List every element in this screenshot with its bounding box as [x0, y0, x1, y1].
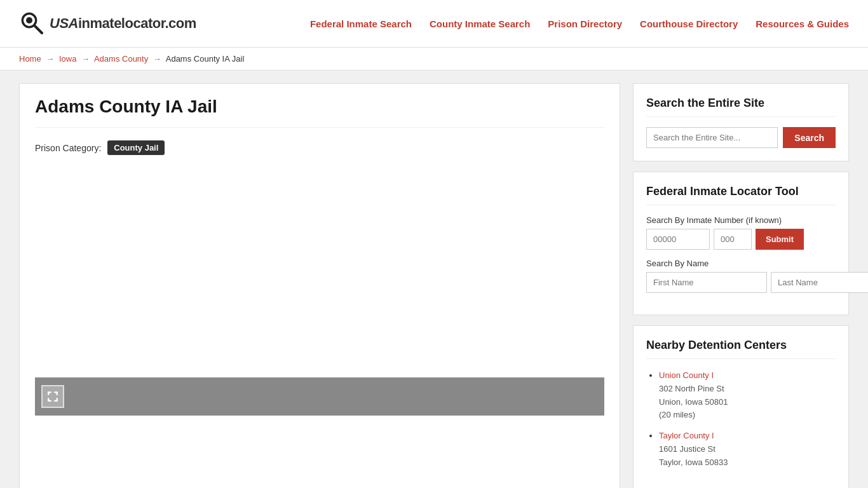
search-by-name-label: Search By Name	[646, 259, 836, 268]
map-placeholder	[35, 377, 604, 416]
logo-usa: USA	[50, 15, 78, 31]
nearby-heading: Nearby Detention Centers	[646, 339, 836, 359]
inmate-number-group: Search By Inmate Number (if known) Submi…	[646, 215, 836, 250]
header: USAinmatelocator.com Federal Inmate Sear…	[0, 0, 868, 48]
logo-inmate: inmatelocator.com	[78, 15, 196, 31]
svg-point-2	[26, 17, 32, 24]
nearby-item-union: Union County I 302 North Pine St Union, …	[659, 369, 836, 422]
inmate-number-label: Search By Inmate Number (if known)	[646, 215, 836, 225]
inmate-number-submit-button[interactable]: Submit	[756, 229, 804, 250]
breadcrumb: Home → Iowa → Adams County → Adams Count…	[0, 48, 868, 71]
main-nav: Federal Inmate Search County Inmate Sear…	[310, 18, 849, 29]
page-title: Adams County IA Jail	[35, 97, 604, 128]
search-widget-card: Search the Entire Site Search	[633, 83, 849, 161]
federal-locator-heading: Federal Inmate Locator Tool	[646, 185, 836, 205]
nearby-link-taylor[interactable]: Taylor County I	[659, 431, 714, 440]
breadcrumb-sep-2: →	[81, 54, 90, 64]
category-badge: County Jail	[107, 140, 165, 155]
search-button[interactable]: Search	[783, 127, 836, 148]
breadcrumb-county[interactable]: Adams County	[94, 54, 148, 64]
nearby-address-taylor-1: 1601 Justice St	[659, 443, 836, 456]
nearby-list: Union County I 302 North Pine St Union, …	[646, 369, 836, 470]
nearby-address-union-1: 302 North Pine St	[659, 383, 836, 396]
search-by-name-group: Search By Name Submit	[646, 259, 836, 293]
main-layout: Adams County IA Jail Prison Category: Co…	[0, 71, 868, 488]
nearby-address-union-2: Union, Iowa 50801	[659, 396, 836, 409]
nav-courthouse-directory[interactable]: Courthouse Directory	[640, 18, 738, 29]
nearby-address-taylor-2: Taylor, Iowa 50833	[659, 456, 836, 470]
inmate-number-row: Submit	[646, 229, 836, 250]
breadcrumb-home[interactable]: Home	[19, 54, 41, 64]
search-input[interactable]	[646, 127, 778, 148]
breadcrumb-sep-1: →	[46, 54, 54, 64]
content-area: Adams County IA Jail Prison Category: Co…	[19, 83, 620, 488]
map-expand-button[interactable]	[41, 385, 64, 408]
site-search-form: Search	[646, 127, 836, 148]
sidebar: Search the Entire Site Search Federal In…	[633, 83, 849, 488]
breadcrumb-state[interactable]: Iowa	[59, 54, 76, 64]
logo-area[interactable]: USAinmatelocator.com	[19, 10, 196, 37]
breadcrumb-sep-3: →	[153, 54, 161, 64]
federal-locator-card: Federal Inmate Locator Tool Search By In…	[633, 172, 849, 315]
nearby-card: Nearby Detention Centers Union County I …	[633, 325, 849, 488]
last-name-input[interactable]	[771, 272, 868, 293]
nearby-link-union[interactable]: Union County I	[659, 370, 714, 380]
inmate-number-input-1[interactable]	[646, 229, 710, 250]
inmate-number-input-2[interactable]	[714, 229, 752, 250]
nearby-item-taylor: Taylor County I 1601 Justice St Taylor, …	[659, 430, 836, 469]
nav-prison-directory[interactable]: Prison Directory	[548, 18, 622, 29]
nav-federal-inmate-search[interactable]: Federal Inmate Search	[310, 18, 412, 29]
prison-category-row: Prison Category: County Jail	[35, 140, 604, 155]
prison-category-label: Prison Category:	[35, 143, 101, 153]
logo-icon	[19, 10, 46, 37]
search-widget-heading: Search the Entire Site	[646, 97, 836, 117]
nav-county-inmate-search[interactable]: County Inmate Search	[430, 18, 530, 29]
svg-line-3	[35, 26, 42, 33]
breadcrumb-current: Adams County IA Jail	[166, 54, 245, 64]
name-input-row: Submit	[646, 272, 836, 293]
nearby-distance-union: (20 miles)	[659, 409, 836, 422]
nav-resources-guides[interactable]: Resources & Guides	[756, 18, 849, 29]
logo-text: USAinmatelocator.com	[50, 15, 196, 32]
first-name-input[interactable]	[646, 272, 767, 293]
